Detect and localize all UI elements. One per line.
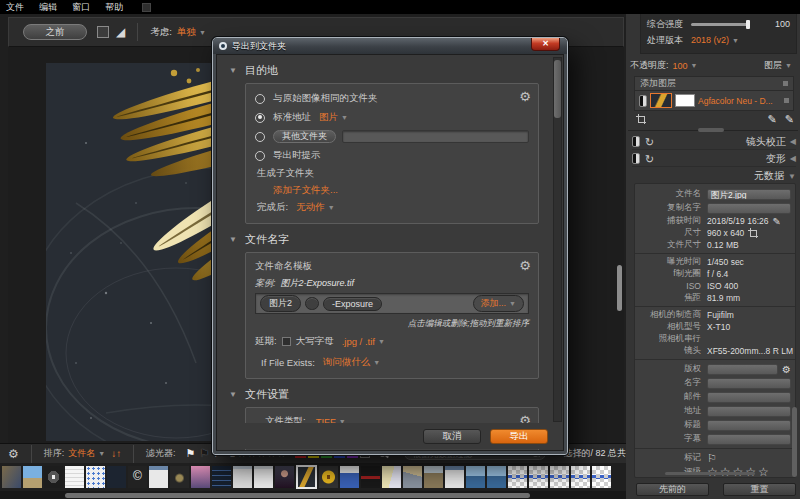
close-button[interactable]: ✕ bbox=[531, 38, 560, 51]
extension-value[interactable]: .jpg / .tif bbox=[342, 336, 375, 347]
before-button[interactable]: 之前 bbox=[23, 24, 87, 40]
option-prompt[interactable]: 导出时提示 bbox=[255, 146, 529, 165]
layer-name[interactable]: Agfacolor Neu - D... bbox=[698, 96, 773, 106]
filmstrip-thumbnail[interactable] bbox=[23, 466, 42, 488]
radio-icon[interactable] bbox=[255, 94, 265, 104]
filmstrip-thumbnail[interactable] bbox=[44, 466, 63, 488]
metadata-input[interactable] bbox=[707, 434, 791, 445]
previous-button[interactable]: 先前的 bbox=[636, 483, 709, 496]
flag-picked-icon[interactable]: ⚑ bbox=[186, 448, 196, 459]
after-export-value[interactable]: 无动作 bbox=[296, 201, 325, 214]
layers-label[interactable]: 图层 bbox=[764, 59, 782, 72]
destination-section-header[interactable]: ▼ 目的地 bbox=[229, 63, 563, 78]
flag-rejected-icon[interactable]: ⚑ bbox=[199, 448, 209, 459]
crop-icon[interactable] bbox=[748, 228, 759, 239]
filmstrip-thumbnail[interactable] bbox=[592, 466, 611, 488]
split-view-toggle[interactable] bbox=[97, 26, 109, 38]
layer-options-icon[interactable] bbox=[784, 98, 789, 103]
filmstrip-thumbnail[interactable] bbox=[65, 466, 84, 488]
strength-slider[interactable] bbox=[691, 23, 749, 26]
sort-value[interactable]: 文件名 bbox=[68, 447, 95, 460]
filmstrip-thumbnail[interactable] bbox=[191, 466, 210, 488]
menu-item[interactable]: 窗口 bbox=[72, 1, 90, 14]
metadata-section-header[interactable]: 元数据 ▼ bbox=[632, 168, 796, 184]
layer-mask[interactable] bbox=[675, 94, 695, 107]
folder-path-field[interactable] bbox=[342, 130, 529, 143]
filmstrip-thumbnail[interactable] bbox=[233, 466, 252, 488]
radio-icon-selected[interactable] bbox=[255, 113, 265, 123]
gear-icon[interactable]: ⚙ bbox=[782, 364, 791, 375]
filename-token[interactable]: -Exposure bbox=[323, 297, 382, 311]
menu-item[interactable]: 文件 bbox=[6, 1, 24, 14]
pen-icon[interactable]: ✎ bbox=[785, 113, 794, 126]
filename-token[interactable] bbox=[305, 297, 319, 310]
filename-token[interactable]: 图片2 bbox=[260, 295, 301, 312]
sort-direction-icon[interactable]: ↓↑ bbox=[111, 448, 121, 459]
filmstrip-thumbnail[interactable] bbox=[571, 466, 590, 488]
option-other-folder[interactable]: 其他文件夹 bbox=[255, 127, 529, 146]
version-value[interactable]: 2018 (v2) bbox=[691, 35, 729, 45]
metadata-scrollbar-thumb[interactable] bbox=[665, 472, 755, 475]
filmstrip-thumbnail[interactable] bbox=[86, 466, 105, 488]
naming-section-header[interactable]: ▼ 文件名字 bbox=[229, 232, 563, 247]
filmstrip-scrollbar-thumb[interactable] bbox=[65, 493, 530, 498]
opacity-value[interactable]: 100 bbox=[673, 61, 688, 71]
uppercase-checkbox[interactable] bbox=[282, 337, 291, 346]
file-settings-section-header[interactable]: ▼ 文件设置 bbox=[229, 387, 563, 402]
filmstrip-thumbnail[interactable] bbox=[2, 466, 21, 488]
filmstrip-thumbnail[interactable] bbox=[529, 466, 548, 488]
filmstrip-thumbnail[interactable] bbox=[382, 466, 401, 488]
dialog-scrollbar-thumb[interactable] bbox=[554, 60, 561, 118]
filmstrip-thumbnail[interactable] bbox=[212, 466, 231, 488]
filmstrip-thumbnail[interactable] bbox=[319, 466, 338, 488]
add-subfolder-link[interactable]: 添加子文件夹... bbox=[273, 184, 338, 197]
filmstrip-thumbnail[interactable] bbox=[340, 466, 359, 488]
layer-blend-icon[interactable] bbox=[639, 95, 647, 107]
gear-icon[interactable]: ⚙ bbox=[519, 91, 531, 103]
filmstrip-thumbnail[interactable] bbox=[466, 466, 485, 488]
cancel-button[interactable]: 取消 bbox=[423, 429, 481, 444]
metadata-input[interactable] bbox=[707, 364, 778, 375]
filmstrip-thumbnail[interactable] bbox=[149, 466, 168, 488]
view-mode-value[interactable]: 单独 bbox=[177, 26, 196, 39]
exists-value[interactable]: 询问做什么 bbox=[323, 356, 371, 369]
crop-icon[interactable] bbox=[636, 114, 647, 125]
pencil-icon[interactable]: ✎ bbox=[772, 216, 780, 227]
export-button[interactable]: 导出 bbox=[490, 429, 548, 444]
filmstrip-thumbnail[interactable] bbox=[128, 466, 147, 488]
filmstrip-thumbnail[interactable] bbox=[403, 466, 422, 488]
layer-row[interactable]: Agfacolor Neu - D... bbox=[635, 91, 793, 110]
filmstrip-thumbnail[interactable] bbox=[361, 466, 380, 488]
option-standard-location[interactable]: 标准地址 图片 ▼ bbox=[255, 108, 529, 127]
half-view-icon[interactable]: ◢ bbox=[116, 27, 125, 37]
add-token-button[interactable]: 添加...▼ bbox=[473, 295, 524, 312]
layer-thumbnail[interactable] bbox=[650, 93, 672, 108]
filmstrip-thumbnail[interactable] bbox=[424, 466, 443, 488]
filmstrip-thumbnail[interactable] bbox=[296, 465, 317, 489]
filmstrip-thumbnail[interactable] bbox=[275, 466, 294, 488]
filmstrip-thumbnail[interactable] bbox=[170, 466, 189, 488]
lens-correction-section[interactable]: ↻ 镜头校正 ◀ bbox=[632, 134, 796, 150]
reset-icon[interactable]: ↻ bbox=[645, 154, 654, 164]
reset-button[interactable]: 重置 bbox=[723, 483, 796, 496]
option-same-folder[interactable]: 与原始图像相同的文件夹 bbox=[255, 89, 529, 108]
slider-thumb[interactable] bbox=[746, 20, 750, 29]
flag-icon[interactable]: ⚐ bbox=[707, 453, 717, 464]
other-folder-button[interactable]: 其他文件夹 bbox=[273, 130, 336, 143]
gear-icon[interactable]: ⚙ bbox=[8, 448, 19, 460]
filmstrip-thumbnail[interactable] bbox=[550, 466, 569, 488]
before-after-icon[interactable] bbox=[632, 153, 640, 164]
panel-resize-handle[interactable] bbox=[698, 128, 724, 132]
radio-icon[interactable] bbox=[255, 132, 265, 142]
brush-icon[interactable]: ✎ bbox=[768, 113, 777, 126]
canvas-scrollbar-thumb[interactable] bbox=[617, 265, 622, 311]
metadata-input[interactable]: 图片2.jpg bbox=[707, 189, 791, 200]
gear-icon[interactable]: ⚙ bbox=[519, 260, 531, 272]
radio-icon[interactable] bbox=[255, 151, 265, 161]
reset-icon[interactable]: ↻ bbox=[645, 137, 654, 147]
filmstrip-thumbnail[interactable] bbox=[107, 466, 126, 488]
location-value[interactable]: 图片 bbox=[319, 111, 338, 124]
add-layer-button[interactable]: 添加图层 bbox=[635, 77, 793, 91]
metadata-input[interactable] bbox=[707, 203, 791, 214]
metadata-input[interactable] bbox=[707, 392, 791, 403]
